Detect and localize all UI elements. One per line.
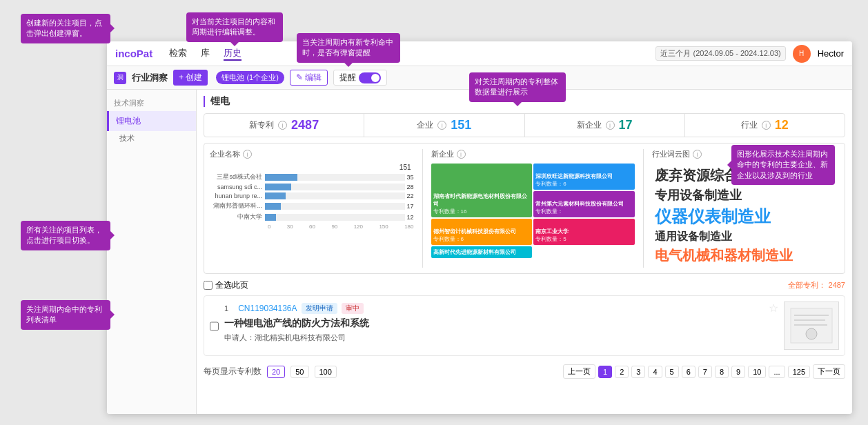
page-btn-10[interactable]: 10 bbox=[748, 366, 766, 378]
bar-num: 22 bbox=[407, 192, 414, 199]
annotation-1: 创建新的关注项目，点击弹出创建弹窗。 bbox=[21, 14, 110, 43]
page-size-options: 每页显示专利数 20 50 100 bbox=[204, 366, 337, 378]
nav-library[interactable]: 库 bbox=[201, 47, 210, 61]
axis-label: 0 bbox=[268, 224, 270, 230]
treemap-cell[interactable]: 深圳欣旺达新能源科技有限公司 专利数量：6 bbox=[533, 164, 635, 190]
page-btn-...[interactable]: ... bbox=[769, 366, 785, 378]
axis-label: 120 bbox=[354, 224, 363, 230]
page-btn-4[interactable]: 4 bbox=[648, 366, 662, 378]
page-size-50[interactable]: 50 bbox=[290, 366, 308, 378]
stat-new-patents: 新专利 i 2487 bbox=[204, 114, 364, 137]
toggle-switch[interactable] bbox=[359, 72, 381, 83]
stat-label-industry: 行业 bbox=[741, 119, 758, 131]
subscribe-button[interactable]: 提醒 bbox=[333, 70, 387, 86]
bar-row: samsung sdi c... 28 bbox=[210, 184, 414, 190]
info-icon-industry[interactable]: i bbox=[762, 121, 771, 130]
bar-label: samsung sdi c... bbox=[210, 184, 265, 190]
info-icon-new-companies[interactable]: i bbox=[606, 121, 615, 130]
toolbar-industry-label: 行业洞察 bbox=[132, 72, 168, 84]
annotation-4: 对关注周期内的专利整体数据量进行展示 bbox=[469, 72, 566, 102]
info-icon-new-patents[interactable]: i bbox=[278, 121, 287, 130]
bar-num: 12 bbox=[407, 214, 414, 221]
search-divider bbox=[204, 96, 205, 107]
bar-top-value: 151 bbox=[210, 164, 414, 171]
page-btn-2[interactable]: 2 bbox=[615, 366, 629, 378]
patent-item: 1 CN119034136A 发明申请 审中 ☆ 一种锂电池产线的防火方法和系统… bbox=[204, 295, 845, 356]
content-area: 锂电 新专利 i 2487 企业 i 151 新企业 i 17 bbox=[197, 90, 852, 414]
page-btn-6[interactable]: 6 bbox=[682, 366, 696, 378]
bar-row: 湖南邦普循环科... 17 bbox=[210, 201, 414, 210]
new-companies-info-icon[interactable]: i bbox=[457, 150, 466, 159]
patent-content: 1 CN119034136A 发明申请 审中 ☆ 一种锂电池产线的防火方法和系统… bbox=[224, 302, 778, 350]
prev-page-btn[interactable]: 上一页 bbox=[563, 364, 595, 379]
page-btn-8[interactable]: 8 bbox=[715, 366, 729, 378]
next-page-btn[interactable]: 下一页 bbox=[813, 364, 845, 379]
patent-star[interactable]: ☆ bbox=[769, 302, 778, 315]
new-companies-section: 新企业 i 湖南省时代新能源电池材料股份有限公司 专利数量：16深圳欣旺达新能源… bbox=[431, 149, 635, 268]
bar-track bbox=[265, 203, 405, 210]
create-button[interactable]: + 创建 bbox=[173, 70, 208, 86]
annotation-7: 图形化展示技术关注周期内命中的专利的主要企业、新企业以及涉及到的行业 bbox=[731, 145, 835, 185]
patent-checkbox[interactable] bbox=[210, 303, 219, 350]
stat-label-companies: 企业 bbox=[417, 119, 433, 131]
bar-label: 湖南邦普循环科... bbox=[210, 201, 265, 210]
treemap: 湖南省时代新能源电池材料股份有限公司 专利数量：16深圳欣旺达新能源科技有限公司… bbox=[431, 164, 635, 246]
bar-row: 三星sdi株式会社 35 bbox=[210, 172, 414, 181]
word-cloud-word[interactable]: 专用设备制造业 bbox=[655, 187, 836, 204]
bar-label: 三星sdi株式会社 bbox=[210, 172, 265, 181]
page-size-label: 每页显示专利数 bbox=[204, 366, 262, 377]
select-all-label: 全选此页 bbox=[215, 279, 248, 291]
treemap-cell[interactable]: 德州智齿计机械科技股份有限公司 专利数量：6 bbox=[431, 219, 533, 245]
bar-num: 28 bbox=[407, 184, 414, 190]
word-cloud-info-icon[interactable]: i bbox=[693, 150, 702, 159]
bar-chart: 三星sdi株式会社 35 samsung sdi c... 28 hunan b… bbox=[210, 172, 414, 221]
word-cloud-word[interactable]: 通用设备制造业 bbox=[655, 230, 836, 244]
stat-value-new-companies: 17 bbox=[619, 118, 633, 132]
stat-value-new-patents: 2487 bbox=[291, 118, 319, 132]
new-companies-title: 新企业 i bbox=[431, 149, 635, 159]
axis-label: 60 bbox=[309, 224, 315, 230]
treemap-cell[interactable]: 常州第六元素材料科技股份有限公司 专利数量： bbox=[533, 191, 635, 217]
treemap-cell[interactable]: 湖南省时代新能源电池材料股份有限公司 专利数量：16 bbox=[431, 164, 533, 217]
patent-id[interactable]: CN119034136A bbox=[238, 304, 297, 313]
axis-label: 150 bbox=[379, 224, 388, 230]
bar-label: 中南大学 bbox=[210, 212, 265, 221]
page-btn-9[interactable]: 9 bbox=[731, 366, 745, 378]
bar-row: hunan brunp re... 22 bbox=[210, 192, 414, 199]
annotation-5: 所有关注的项目列表，点击进行项目切换。 bbox=[21, 221, 110, 250]
patent-title[interactable]: 一种锂电池产线的防火方法和系统 bbox=[224, 317, 778, 330]
stat-industry: 行业 i 12 bbox=[685, 114, 845, 137]
bar-chart-info-icon[interactable]: i bbox=[243, 150, 252, 159]
bar-track bbox=[265, 214, 405, 221]
total-number: 2487 bbox=[829, 281, 845, 289]
stat-value-companies: 151 bbox=[451, 118, 471, 132]
nav-search[interactable]: 检索 bbox=[169, 47, 187, 61]
total-count: 全部专利： 2487 bbox=[788, 280, 845, 290]
axis-label: 180 bbox=[404, 224, 413, 230]
edit-button[interactable]: ✎ 编辑 bbox=[290, 70, 328, 86]
date-range-badge: 近三个月 (2024.09.05 - 2024.12.03) bbox=[655, 46, 785, 61]
page-nav: 上一页 12345678910...125下一页 bbox=[563, 364, 845, 379]
annotation-2: 对当前关注项目的内容和周期进行编辑调整。 bbox=[186, 12, 283, 42]
page-btn-125[interactable]: 125 bbox=[788, 366, 810, 378]
page-size-20[interactable]: 20 bbox=[267, 366, 285, 378]
treemap-cell[interactable]: 高新时代先进能源新材料有限公司 bbox=[431, 246, 533, 258]
treemap-cell[interactable]: 南京工业大学 专利数量：5 bbox=[533, 219, 635, 245]
search-term: 锂电 bbox=[210, 95, 230, 108]
user-name: Hector bbox=[818, 48, 844, 59]
sidebar-item-tech[interactable]: 技术 bbox=[107, 131, 196, 146]
sidebar-item-lithium[interactable]: 锂电池 bbox=[107, 111, 196, 131]
tag-badge: 锂电池 (1个企业) bbox=[216, 71, 284, 84]
bar-fill bbox=[265, 214, 276, 221]
page-btn-3[interactable]: 3 bbox=[631, 366, 645, 378]
select-all-checkbox[interactable] bbox=[204, 281, 213, 290]
info-icon-companies[interactable]: i bbox=[437, 121, 446, 130]
word-cloud-word[interactable]: 仪器仪表制造业 bbox=[655, 206, 836, 228]
word-cloud-word[interactable]: 电气机械和器材制造业 bbox=[655, 246, 836, 265]
page-btn-1[interactable]: 1 bbox=[598, 366, 612, 378]
bar-fill bbox=[265, 192, 286, 199]
page-btn-7[interactable]: 7 bbox=[698, 366, 712, 378]
page-btn-5[interactable]: 5 bbox=[665, 366, 679, 378]
bar-chart-axis: 0306090120150180 bbox=[210, 224, 414, 230]
page-size-100[interactable]: 100 bbox=[315, 366, 337, 378]
